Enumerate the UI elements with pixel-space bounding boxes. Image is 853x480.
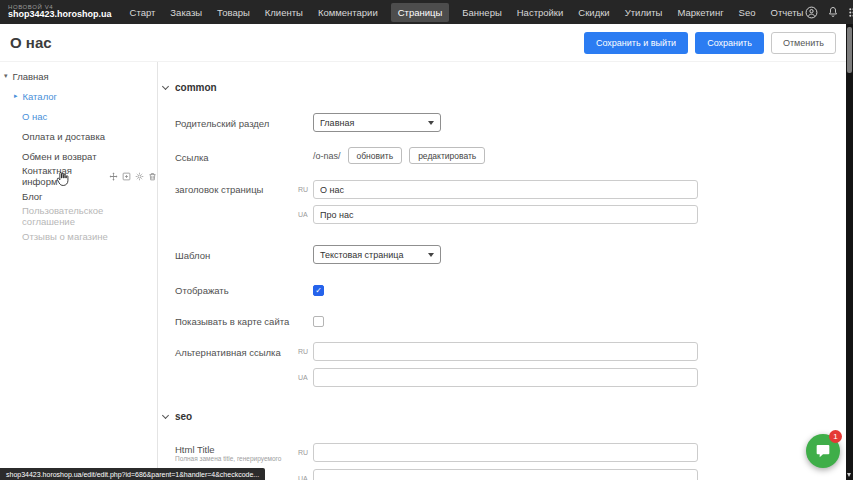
alt-link-ru-input[interactable]	[313, 342, 698, 361]
logo-domain-label: shop34423.horoshop.ua	[8, 10, 112, 20]
menu-item-products[interactable]: Товары	[215, 4, 252, 21]
save-and-exit-button[interactable]: Сохранить и выйти	[584, 32, 688, 54]
alt-link-label: Альтернативная ссылка	[175, 347, 281, 358]
link-value: /o-nas/	[313, 151, 341, 161]
account-icon[interactable]	[805, 6, 818, 19]
section-common[interactable]: common	[163, 82, 217, 93]
pages-tree-sidebar: ▾ Главная ▸ Каталог О нас Оплата и доста…	[0, 62, 157, 480]
delete-icon[interactable]	[148, 172, 157, 181]
notifications-icon[interactable]	[827, 6, 839, 18]
link-row: /o-nas/ обновить редактировать	[313, 147, 485, 164]
menu-item-settings[interactable]: Настройки	[515, 4, 566, 21]
lang-ru-label: RU	[298, 348, 308, 355]
chevron-down-icon	[162, 82, 169, 89]
menu-item-discounts[interactable]: Скидки	[576, 4, 611, 21]
sitemap-label: Показывать в карте сайта	[175, 316, 289, 327]
top-menu: Старт Заказы Товары Клиенты Комментарии …	[128, 3, 806, 22]
apps-grid-icon[interactable]	[848, 7, 853, 18]
vertical-scrollbar[interactable]	[846, 24, 853, 480]
move-icon[interactable]	[109, 172, 118, 181]
sidebar-item-label: Отзывы о магазине	[22, 231, 108, 242]
topbar-icons	[805, 6, 853, 19]
lang-ua-label: UA	[298, 374, 308, 381]
html-title-label: Html Title	[175, 444, 215, 455]
chevron-down-icon	[428, 121, 434, 125]
app-window: НОВОВОЙ V4 shop34423.horoshop.ua Старт З…	[0, 0, 853, 480]
sidebar-item-catalog[interactable]: ▸ Каталог	[0, 88, 157, 104]
menu-item-banners[interactable]: Баннеры	[460, 4, 503, 21]
header-buttons: Сохранить и выйти Сохранить Отменить	[584, 32, 836, 54]
sidebar-item-label: Главная	[13, 71, 49, 82]
sidebar-item-label: Контактная информ	[22, 165, 103, 187]
html-title-ru-input[interactable]	[313, 443, 698, 462]
page-title-ru-input[interactable]	[313, 180, 698, 199]
menu-item-start[interactable]: Старт	[128, 4, 158, 21]
sidebar-item-blog[interactable]: Блог	[0, 188, 157, 204]
status-bar: shop34423.horoshop.ua/edit/edit.php?id=6…	[0, 468, 265, 480]
logo[interactable]: НОВОВОЙ V4 shop34423.horoshop.ua	[8, 4, 112, 20]
template-label: Шаблон	[175, 250, 210, 261]
sidebar-item-home[interactable]: ▾ Главная	[0, 68, 157, 84]
settings-icon[interactable]	[135, 172, 144, 181]
section-seo[interactable]: seo	[163, 411, 192, 422]
page-title-label: заголовок страницы	[175, 184, 263, 195]
menu-item-seo[interactable]: Seo	[737, 4, 758, 21]
add-icon[interactable]	[122, 172, 131, 181]
sitemap-checkbox[interactable]	[313, 316, 324, 327]
display-checkbox[interactable]: ✓	[313, 285, 324, 296]
expand-icon[interactable]: ▸	[14, 92, 18, 100]
sidebar-item-about[interactable]: О нас	[0, 108, 157, 124]
link-label: Ссылка	[175, 152, 209, 163]
scrollbar-thumb[interactable]	[847, 27, 852, 73]
sidebar-item-user-agreement[interactable]: Пользовательское соглашение	[0, 208, 157, 224]
collapse-icon[interactable]: ▾	[4, 72, 8, 80]
menu-item-clients[interactable]: Клиенты	[263, 4, 305, 21]
page-title-ua-input[interactable]	[313, 205, 698, 224]
sidebar-item-label: Пользовательское соглашение	[22, 205, 157, 227]
page-header: О нас Сохранить и выйти Сохранить Отмени…	[0, 24, 846, 62]
sidebar-item-label: Оплата и доставка	[22, 131, 105, 142]
alt-link-ua-input[interactable]	[313, 368, 698, 387]
sidebar-item-label: Каталог	[23, 91, 58, 102]
save-button[interactable]: Сохранить	[695, 32, 764, 54]
menu-item-orders[interactable]: Заказы	[168, 4, 204, 21]
template-select[interactable]: Текстовая страница	[313, 245, 441, 264]
lang-ru-label: RU	[298, 186, 308, 193]
parent-section-label: Родительский раздел	[175, 118, 269, 129]
lang-ua-label: UA	[298, 211, 308, 218]
sidebar-item-label: О нас	[22, 111, 47, 122]
lang-ua-label: UA	[298, 475, 308, 480]
page-title: О нас	[10, 34, 52, 51]
parent-section-select[interactable]: Главная	[313, 113, 441, 132]
sidebar-item-exchange-return[interactable]: Обмен и возврат	[0, 148, 157, 164]
sidebar-item-label: Обмен и возврат	[22, 151, 97, 162]
sidebar-item-store-reviews[interactable]: Отзывы о магазине	[0, 228, 157, 244]
menu-item-comments[interactable]: Комментарии	[316, 4, 380, 21]
html-title-hint: Полная замена title, генерируемого	[175, 455, 313, 463]
edit-link-button[interactable]: редактировать	[409, 147, 485, 164]
menu-item-utilities[interactable]: Утилиты	[623, 4, 665, 21]
chat-bubble-icon	[815, 443, 831, 459]
sidebar-item-contacts[interactable]: Контактная информ	[0, 168, 157, 184]
display-label: Отображать	[175, 285, 229, 296]
refresh-link-button[interactable]: обновить	[348, 147, 403, 164]
top-bar: НОВОВОЙ V4 shop34423.horoshop.ua Старт З…	[0, 0, 853, 24]
check-icon: ✓	[315, 286, 322, 295]
section-title: common	[175, 82, 217, 93]
html-title-ua-input[interactable]	[313, 469, 698, 480]
sidebar-item-payment-delivery[interactable]: Оплата и доставка	[0, 128, 157, 144]
select-value: Главная	[320, 118, 422, 128]
sidebar-item-actions	[109, 172, 157, 181]
menu-item-marketing[interactable]: Маркетинг	[675, 4, 725, 21]
sidebar-item-label: Блог	[22, 191, 43, 202]
menu-item-pages[interactable]: Страницы	[391, 3, 450, 22]
sidebar-divider	[157, 62, 158, 480]
status-url: shop34423.horoshop.ua/edit/edit.php?id=6…	[6, 471, 259, 478]
chevron-down-icon	[162, 411, 169, 418]
lang-ru-label: RU	[298, 449, 308, 456]
select-value: Текстовая страница	[320, 250, 422, 260]
scroll-down-icon[interactable]	[847, 473, 851, 477]
cancel-button[interactable]: Отменить	[771, 32, 836, 54]
chat-widget-button[interactable]: 1	[806, 434, 840, 468]
menu-item-reports[interactable]: Отчеты	[769, 4, 806, 21]
